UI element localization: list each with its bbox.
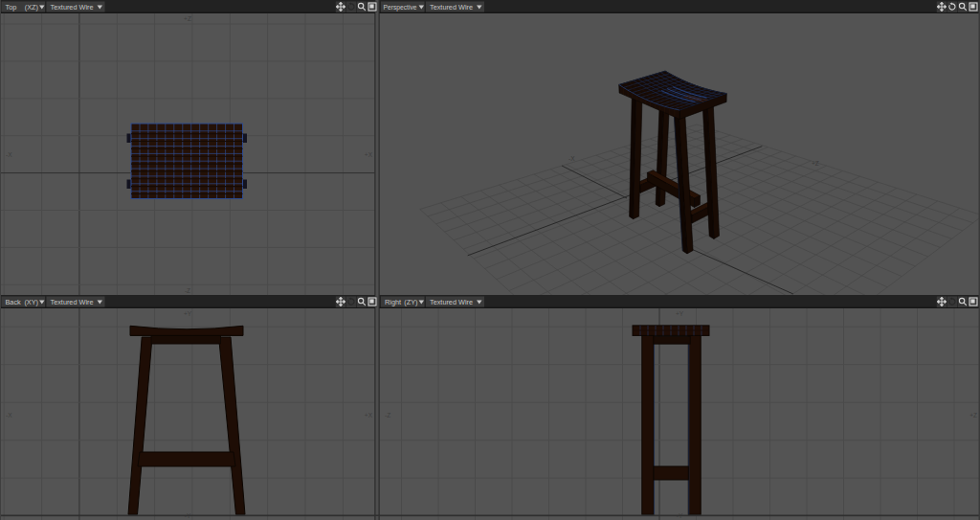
svg-text:Back: Back [6,298,22,306]
svg-text:Textured Wire: Textured Wire [51,3,94,11]
svg-text:+Y: +Y [184,310,192,317]
svg-text:-Z: -Z [385,412,390,418]
svg-text:+Z: +Z [969,412,977,418]
svg-text:(ZY): (ZY) [404,298,417,306]
svg-text:-X: -X [6,412,12,418]
svg-text:Top: Top [6,3,17,11]
svg-text:(XY): (XY) [24,298,38,306]
svg-text:-X: -X [568,155,575,162]
svg-text:+X: +X [365,151,373,158]
svg-text:Textured Wire: Textured Wire [430,298,473,306]
svg-text:+X: +X [365,412,373,418]
svg-text:-X: -X [6,151,12,158]
svg-text:Textured Wire: Textured Wire [430,3,473,11]
svg-text:-Z: -Z [185,287,190,294]
svg-text:Perspective: Perspective [384,4,417,11]
svg-text:+Z: +Z [184,15,191,22]
svg-text:Right: Right [385,298,401,306]
svg-text:Textured Wire: Textured Wire [51,298,94,306]
svg-text:(XZ): (XZ) [25,3,38,11]
svg-text:+Z: +Z [812,160,819,167]
svg-text:+Y: +Y [676,310,684,317]
